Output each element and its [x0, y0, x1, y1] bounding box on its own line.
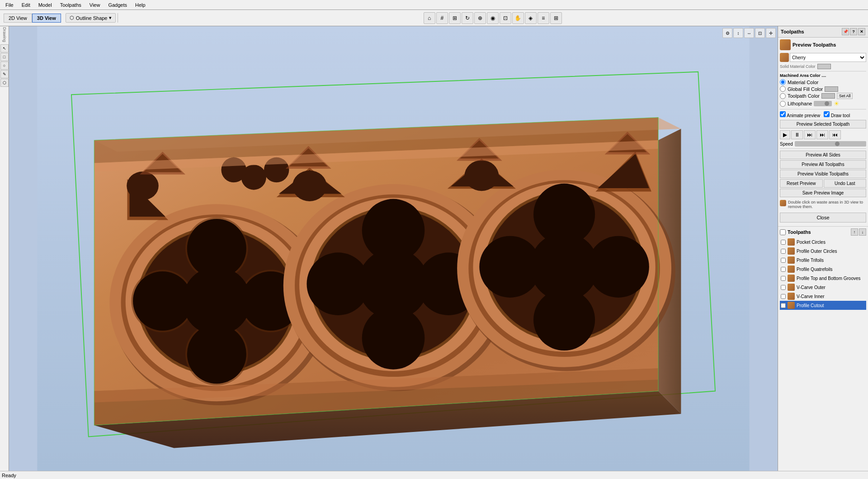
global-fill-radio[interactable] [780, 86, 786, 92]
outline-shape-icon: ⬡ [70, 15, 74, 21]
toolpath-item-vcarve-inner[interactable]: V-Carve Inner [780, 292, 866, 301]
solid-material-swatch[interactable] [817, 64, 831, 69]
play-button[interactable]: ▶ [780, 130, 790, 139]
toolbar-layers-btn[interactable]: ≡ [538, 12, 549, 24]
toolpath-item-profile-cutout[interactable]: Profile Cutout [780, 301, 866, 310]
end-button[interactable]: ⏮ [829, 130, 841, 139]
vp-axes-btn[interactable]: ✛ [766, 28, 776, 38]
preview-selected-button[interactable]: Preview Selected Toolpath [780, 120, 866, 128]
preview-all-toolpaths-button[interactable]: Preview All Toolpaths [780, 160, 866, 169]
animate-preview-label: Animate preview [780, 111, 820, 118]
svg-point-22 [183, 267, 251, 335]
material-swatch-icon [780, 53, 789, 62]
toolpath-item-vcarve-outer[interactable]: V-Carve Outer [780, 283, 866, 292]
profile-grooves-checkbox[interactable] [781, 276, 786, 281]
toolbar-pan-btn[interactable]: ✋ [512, 12, 524, 24]
step-forward-button[interactable]: ⏭ [804, 130, 816, 139]
solid-material-color-row: Solid Material Color [780, 64, 866, 69]
lithophane-radio[interactable] [780, 101, 786, 107]
viewport[interactable]: ⚙ ↕ ↔ ⊡ ✛ [9, 26, 778, 471]
menu-file[interactable]: File [2, 1, 17, 9]
preview-all-sides-button[interactable]: Preview All Sides [780, 151, 866, 159]
set-all-button[interactable]: Set All [837, 93, 853, 99]
side-tool-4[interactable]: ✎ [0, 70, 9, 78]
vcarve-inner-checkbox[interactable] [781, 294, 786, 299]
fast-forward-button[interactable]: ⏭ [816, 130, 828, 139]
toolpaths-list-title: Toolpaths [780, 229, 811, 235]
speed-label: Speed [780, 142, 793, 147]
global-fill-row: Global Fill Color [780, 86, 866, 92]
preview-toolpaths-label: Preview Toolpaths [793, 42, 836, 47]
toolbar-grid-btn[interactable]: # [436, 12, 448, 24]
draw-tool-checkbox[interactable] [824, 111, 830, 117]
svg-point-55 [465, 160, 499, 191]
vp-zoom-fit-btn[interactable]: ⊡ [755, 28, 765, 38]
toolpath-item-pocket-circles[interactable]: Pocket Circles [780, 237, 866, 247]
profile-cutout-checkbox[interactable] [781, 303, 786, 308]
panel-close-btn[interactable]: ✕ [858, 28, 865, 35]
undo-last-button[interactable]: Undo Last [824, 179, 867, 188]
side-tool-5[interactable]: ⬡ [0, 79, 9, 87]
toolbar-grid2-btn[interactable]: ⊞ [449, 12, 461, 24]
move-down-button[interactable]: ↓ [859, 228, 866, 236]
profile-outer-icon [788, 247, 795, 255]
toolpath-item-profile-grooves[interactable]: Profile Top and Bottom Grooves [780, 274, 866, 283]
vp-rotate-y-btn[interactable]: ↔ [744, 28, 754, 38]
toolbar-measure-btn[interactable]: ⊞ [550, 12, 562, 24]
preview-visible-button[interactable]: Preview Visible Toolpaths [780, 170, 866, 178]
toolpaths-select-all-checkbox[interactable] [780, 229, 786, 235]
pocket-circles-checkbox[interactable] [781, 240, 786, 245]
menu-help[interactable]: Help [132, 1, 149, 9]
material-color-radio[interactable] [780, 79, 786, 85]
toolbar-home-btn[interactable]: ⌂ [424, 12, 435, 24]
menu-gadgets[interactable]: Gadgets [104, 1, 131, 9]
toolbar-view-btn[interactable]: ◉ [487, 12, 499, 24]
global-fill-label: Global Fill Color [788, 86, 823, 92]
outline-shape-button[interactable]: ⬡ Outline Shape ▾ [66, 13, 116, 23]
vp-rotate-x-btn[interactable]: ↕ [733, 28, 743, 38]
svg-point-54 [292, 171, 327, 201]
toolpath-color-swatch[interactable] [821, 93, 835, 99]
toolpath-item-profile-trifoils[interactable]: Profile Trifoils [780, 256, 866, 265]
toolpath-color-radio[interactable] [780, 93, 786, 99]
menu-view[interactable]: View [86, 1, 104, 9]
toolpath-item-profile-quatrefoils[interactable]: Profile Quatrefoils [780, 265, 866, 274]
lithophane-slider[interactable] [814, 101, 832, 106]
profile-quatrefoils-label: Profile Quatrefoils [797, 267, 865, 272]
side-tool-2[interactable]: □ [0, 53, 9, 61]
waste-note: Double click on waste areas in 3D view t… [788, 200, 866, 209]
menu-model[interactable]: Model [35, 1, 56, 9]
profile-trifoils-checkbox[interactable] [781, 258, 786, 263]
vcarve-outer-icon [788, 284, 795, 291]
menu-bar: File Edit Model Toolpaths View Gadgets H… [0, 0, 868, 10]
toolbar-render-btn[interactable]: ◈ [525, 12, 537, 24]
toolbar-transform-btn[interactable]: ⊕ [474, 12, 486, 24]
vp-settings-btn[interactable]: ⚙ [722, 28, 732, 38]
animate-preview-checkbox[interactable] [780, 111, 786, 117]
view-2d-button[interactable]: 2D View [4, 14, 32, 23]
menu-edit[interactable]: Edit [18, 1, 34, 9]
toolbar-rotate-btn[interactable]: ↻ [462, 12, 473, 24]
speed-slider[interactable] [795, 141, 866, 147]
toolbar-zoom-btn[interactable]: ⊡ [500, 12, 511, 24]
material-dropdown[interactable]: Cherry [790, 53, 866, 62]
toolpath-item-profile-outer[interactable]: Profile Outer Circles [780, 247, 866, 256]
toolpath-color-label: Toolpath Color [788, 93, 820, 99]
close-button[interactable]: Close [780, 213, 866, 223]
drawing-label: Drawing [2, 27, 7, 42]
side-tool-3[interactable]: ○ [0, 62, 9, 70]
pause-button[interactable]: ⏸ [791, 130, 803, 139]
panel-header-icons: 📌 ? ✕ [842, 28, 865, 35]
move-up-button[interactable]: ↑ [851, 228, 858, 236]
menu-toolpaths[interactable]: Toolpaths [57, 1, 85, 9]
save-preview-button[interactable]: Save Preview Image [780, 189, 866, 197]
vcarve-outer-checkbox[interactable] [781, 285, 786, 290]
reset-preview-button[interactable]: Reset Preview [780, 179, 823, 188]
view-3d-button[interactable]: 3D View [32, 14, 61, 23]
profile-quatrefoils-checkbox[interactable] [781, 267, 786, 272]
panel-pin-btn[interactable]: 📌 [842, 28, 849, 35]
side-tool-1[interactable]: ↖ [0, 44, 9, 52]
global-fill-swatch[interactable] [825, 86, 838, 92]
profile-outer-checkbox[interactable] [781, 249, 786, 254]
panel-help-btn[interactable]: ? [850, 28, 857, 35]
